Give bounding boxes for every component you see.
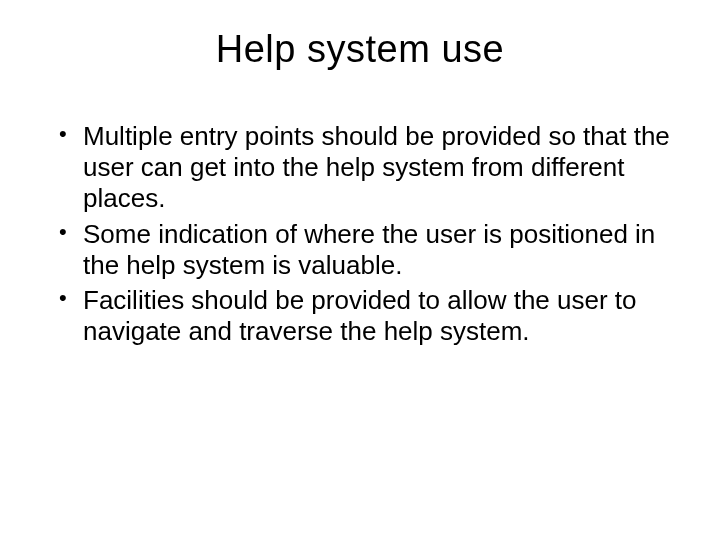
slide-content: Multiple entry points should be provided… [40,121,680,347]
slide-container: Help system use Multiple entry points sh… [0,0,720,540]
slide-title: Help system use [40,28,680,71]
list-item: Facilities should be provided to allow t… [55,285,670,347]
list-item: Some indication of where the user is pos… [55,219,670,281]
bullet-list: Multiple entry points should be provided… [55,121,670,347]
list-item: Multiple entry points should be provided… [55,121,670,215]
